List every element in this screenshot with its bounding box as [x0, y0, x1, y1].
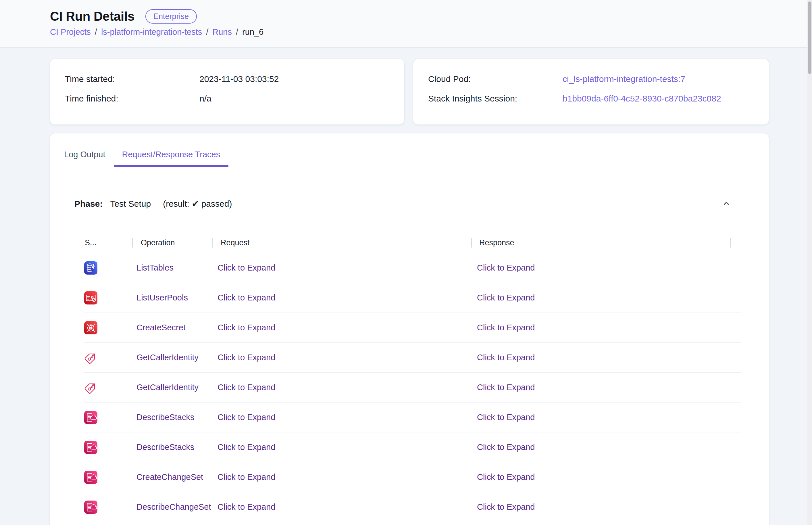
table-body: ListTables Click to Expand Click to Expa… — [84, 253, 741, 522]
cloudformation-icon — [84, 500, 97, 514]
phase-title: Phase: Test Setup (result: ✔ passed) — [74, 199, 232, 209]
cloudformation-icon — [84, 471, 97, 484]
operation-label: ListTables — [137, 263, 174, 273]
tab-log-output[interactable]: Log Output — [56, 141, 114, 167]
request-expand-link[interactable]: Click to Expand — [218, 383, 276, 392]
breadcrumb: CI Projects / ls-platform-integration-te… — [50, 27, 812, 37]
enterprise-badge: Enterprise — [145, 9, 197, 24]
time-finished-label: Time finished: — [65, 93, 199, 104]
time-finished-row: Time finished: n/a — [65, 93, 404, 104]
request-expand-link[interactable]: Click to Expand — [218, 502, 276, 512]
time-started-label: Time started: — [65, 73, 199, 85]
phase-name: Test Setup — [110, 199, 151, 209]
operation-label: DescribeChangeSet — [137, 502, 211, 512]
response-expand-link[interactable]: Click to Expand — [477, 502, 535, 512]
breadcrumb-separator: / — [206, 27, 208, 37]
phase-header: Phase: Test Setup (result: ✔ passed) — [74, 198, 732, 209]
request-expand-link[interactable]: Click to Expand — [218, 353, 276, 362]
table-row: ListTables Click to Expand Click to Expa… — [84, 253, 741, 283]
breadcrumb-ci-projects[interactable]: CI Projects — [50, 27, 91, 37]
collapse-phase-button[interactable] — [721, 198, 732, 209]
run-times-card: Time started: 2023-11-03 03:03:52 Time f… — [50, 59, 404, 124]
run-links-card: Cloud Pod: ci_ls-platform-integration-te… — [413, 59, 769, 124]
cloud-pod-row: Cloud Pod: ci_ls-platform-integration-te… — [428, 73, 769, 85]
page-scrollbar-track — [808, 0, 812, 525]
operation-label: DescribeStacks — [137, 412, 194, 422]
breadcrumb-current-run: run_6 — [242, 27, 264, 37]
operation-label: GetCallerIdentity — [137, 353, 199, 362]
operation-label: CreateSecret — [137, 323, 186, 332]
time-started-value: 2023-11-03 03:03:52 — [199, 73, 279, 85]
request-expand-link[interactable]: Click to Expand — [218, 263, 276, 273]
table-row: DescribeStacks Click to Expand Click to … — [84, 432, 741, 462]
response-expand-link[interactable]: Click to Expand — [477, 412, 535, 422]
response-expand-link[interactable]: Click to Expand — [477, 293, 535, 302]
table-row: ListUserPools Click to Expand Click to E… — [84, 283, 741, 313]
cognito-icon — [84, 291, 97, 304]
operation-label: CreateChangeSet — [137, 472, 203, 482]
column-header-response: Response — [472, 238, 730, 247]
breadcrumb-project[interactable]: ls-platform-integration-tests — [101, 27, 202, 37]
time-started-row: Time started: 2023-11-03 03:03:52 — [65, 73, 404, 85]
phase-result: (result: ✔ passed) — [163, 199, 232, 209]
cloudformation-icon — [84, 441, 97, 454]
sts-icon — [84, 381, 97, 394]
tab-bar: Log Output Request/Response Traces — [56, 141, 769, 167]
tab-request-response-traces[interactable]: Request/Response Traces — [114, 141, 229, 167]
dynamodb-icon — [84, 261, 97, 274]
trace-table: S... Operation Request Response — [84, 237, 741, 522]
table-row: DescribeChangeSet Click to Expand Click … — [84, 492, 741, 522]
page-scrollbar-thumb[interactable] — [808, 1, 811, 74]
page-header: CI Run Details Enterprise CI Projects / … — [0, 0, 812, 48]
table-row: GetCallerIdentity Click to Expand Click … — [84, 373, 741, 403]
response-expand-link[interactable]: Click to Expand — [477, 442, 535, 452]
request-expand-link[interactable]: Click to Expand — [218, 293, 276, 302]
operation-label: ListUserPools — [137, 293, 188, 302]
secretsmanager-icon — [84, 321, 97, 334]
response-expand-link[interactable]: Click to Expand — [477, 472, 535, 482]
column-header-request: Request — [213, 238, 471, 247]
stack-insights-link[interactable]: b1bb09da-6ff0-4c52-8930-c870ba23c082 — [563, 93, 721, 104]
operation-label: DescribeStacks — [137, 442, 194, 452]
title-row: CI Run Details Enterprise — [50, 8, 812, 25]
traces-card: Log Output Request/Response Traces Phase… — [50, 133, 769, 525]
cloudformation-icon — [84, 411, 97, 424]
active-tab-indicator — [114, 165, 229, 167]
breadcrumb-runs[interactable]: Runs — [212, 27, 232, 37]
column-header-service: S... — [84, 238, 132, 247]
table-header-row: S... Operation Request Response — [84, 237, 741, 249]
stack-insights-row: Stack Insights Session: b1bb09da-6ff0-4c… — [428, 93, 769, 104]
response-expand-link[interactable]: Click to Expand — [477, 323, 535, 332]
response-expand-link[interactable]: Click to Expand — [477, 383, 535, 392]
operation-label: GetCallerIdentity — [137, 383, 199, 392]
column-separator — [730, 238, 731, 247]
request-expand-link[interactable]: Click to Expand — [218, 323, 276, 332]
breadcrumb-separator: / — [95, 27, 97, 37]
response-expand-link[interactable]: Click to Expand — [477, 353, 535, 362]
response-expand-link[interactable]: Click to Expand — [477, 263, 535, 273]
table-row: CreateChangeSet Click to Expand Click to… — [84, 462, 741, 492]
table-row: GetCallerIdentity Click to Expand Click … — [84, 343, 741, 373]
tab-label: Request/Response Traces — [122, 150, 220, 159]
time-finished-value: n/a — [199, 93, 212, 104]
table-row: DescribeStacks Click to Expand Click to … — [84, 403, 741, 432]
table-row: CreateSecret Click to Expand Click to Ex… — [84, 313, 741, 343]
summary-cards-row: Time started: 2023-11-03 03:03:52 Time f… — [50, 59, 812, 124]
column-header-operation: Operation — [133, 238, 212, 247]
phase-label: Phase: — [74, 199, 103, 209]
chevron-up-icon — [722, 199, 731, 208]
page-title: CI Run Details — [50, 9, 135, 24]
request-expand-link[interactable]: Click to Expand — [218, 442, 276, 452]
breadcrumb-separator: / — [236, 27, 238, 37]
request-expand-link[interactable]: Click to Expand — [218, 412, 276, 422]
stack-insights-label: Stack Insights Session: — [428, 93, 563, 104]
cloud-pod-link[interactable]: ci_ls-platform-integration-tests:7 — [563, 73, 685, 85]
cloud-pod-label: Cloud Pod: — [428, 73, 563, 85]
sts-icon — [84, 351, 97, 364]
request-expand-link[interactable]: Click to Expand — [218, 472, 276, 482]
